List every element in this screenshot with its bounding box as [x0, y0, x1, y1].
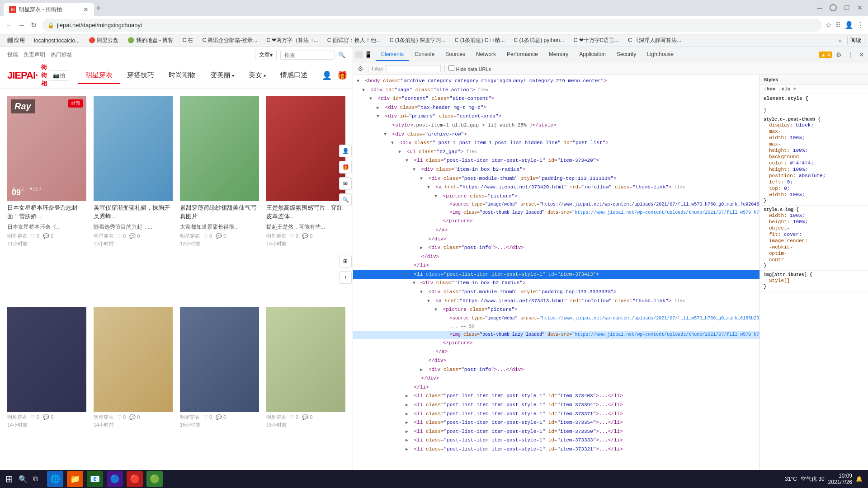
url-bar[interactable]: 🔒 jiepai.net/dapei/mingxingchuanyi: [42, 19, 822, 32]
grid-item-6[interactable]: 明星穿衣 ♡ 0 💬 0 14小时前: [94, 307, 173, 481]
dom-line-15[interactable]: <source type="image/webp" srcset="https:…: [353, 201, 760, 209]
tab-sources[interactable]: Sources: [440, 48, 471, 61]
hide-data-urls-checkbox[interactable]: [448, 65, 454, 71]
dom-arrow-25[interactable]: [420, 289, 425, 296]
bookmark-clang[interactable]: C ❤十万字C语言...: [570, 36, 623, 45]
bookmark-tencent[interactable]: C 腾讯企业邮箱-登录...: [198, 36, 261, 45]
grid-item-4[interactable]: 王楚然高级氛围感写片，穿红皮革连体... 提起王楚然，可能有些... 明星穿衣 …: [266, 96, 345, 300]
dom-arrow-2[interactable]: [362, 87, 368, 94]
bookmark-python[interactable]: C (1条消息) python...: [510, 36, 568, 45]
search-input[interactable]: [280, 51, 335, 60]
dom-arrow-27[interactable]: [434, 306, 440, 314]
dom-arrow-11[interactable]: [413, 166, 418, 174]
taskbar-app2[interactable]: 🔴: [127, 471, 143, 487]
new-tab-button[interactable]: +: [96, 4, 101, 13]
dom-arrow-41[interactable]: [406, 428, 411, 436]
taskbar-files[interactable]: 📁: [67, 471, 83, 487]
tab-console[interactable]: Console: [409, 48, 440, 61]
taskbar-browser[interactable]: 🌐: [47, 471, 63, 487]
taskbar-notifications[interactable]: 🔔: [856, 476, 863, 482]
grid-item-7[interactable]: 明星穿衣 ♡ 0 💬 0 15小时前: [180, 307, 259, 481]
extensions-icon[interactable]: ⠿: [835, 21, 841, 29]
dom-line-21[interactable]: </div>: [353, 253, 760, 262]
dom-arrow-26[interactable]: [427, 298, 433, 305]
tab-network[interactable]: Network: [471, 48, 501, 61]
grid-item-1[interactable]: 封面 Ray さいよい♥だけ 09 日本女星桥本环奈登杂志封面！雪肤娇... 日…: [7, 96, 86, 300]
bookmark-star-button[interactable]: ☆: [826, 21, 832, 29]
dom-line-18[interactable]: </a>: [353, 226, 760, 235]
tab-performance[interactable]: Performance: [501, 48, 543, 61]
forward-button[interactable]: →: [16, 20, 27, 30]
sidebar-icon-mail[interactable]: ✉: [339, 177, 352, 190]
tab-elements[interactable]: Elements: [376, 48, 409, 61]
tab-lighthouse[interactable]: Lighthouse: [642, 48, 679, 61]
dom-arrow-4[interactable]: [377, 104, 382, 112]
grid-item-2[interactable]: 吴宣仪穿渐变蓝礼裙，抹胸开叉秀蜂... 随着选秀节目的兴起，... 明星穿衣 ♡…: [94, 96, 173, 300]
start-button[interactable]: ⊞: [5, 474, 13, 484]
devtools-settings-icon[interactable]: ⚙: [834, 50, 844, 59]
maximize-icon[interactable]: ☐: [844, 4, 850, 12]
bookmark-algo[interactable]: C 《深浮人静写算法...: [624, 36, 685, 45]
dom-arrow-38[interactable]: [406, 402, 411, 409]
dom-line-13[interactable]: <a href="https://www.jiepai.net/373420.h…: [353, 183, 760, 192]
dom-arrow-23[interactable]: [406, 271, 411, 278]
devtools-inspect-icon[interactable]: ⬜: [355, 51, 363, 58]
dom-line-28[interactable]: <source type="image/webp" srcset="https:…: [353, 314, 760, 323]
dom-arrow-3[interactable]: [369, 95, 375, 103]
dom-line-16[interactable]: <img class="post-thumb lazy loaded" data…: [353, 209, 760, 217]
search-submit-button[interactable]: 🔍: [338, 52, 345, 58]
dom-line-7[interactable]: <div class="archive-row">: [353, 130, 760, 139]
dom-line-20[interactable]: <div class="post-info">...</div>: [353, 244, 760, 253]
taskbar-app3[interactable]: 🟢: [146, 471, 163, 487]
search-type-dropdown[interactable]: 文章 ▾: [255, 50, 277, 60]
dom-line-25[interactable]: <div class="post-module-thumb" style="pa…: [353, 288, 760, 297]
dom-line-30[interactable]: <img class="post-thumb lazy loaded" data…: [353, 331, 760, 339]
site-camera-link[interactable]: 📷 拍: [49, 70, 69, 81]
dom-line-11[interactable]: <div class="item-in box b2-radius">: [353, 165, 760, 174]
site-logo[interactable]: JIEPAI·: [7, 70, 38, 81]
bookmark-apps[interactable]: ▦ 应用: [4, 36, 28, 45]
site-name[interactable]: 街街相: [41, 63, 47, 88]
nav-item-styling[interactable]: 穿搭技巧: [120, 67, 161, 84]
dom-line-31[interactable]: </picture>: [353, 339, 760, 348]
dom-line-9[interactable]: <ul class="b2_gap"> flex: [353, 148, 760, 157]
dom-line-27[interactable]: <picture class="picture">: [353, 305, 760, 314]
dom-arrow-14[interactable]: [434, 193, 440, 200]
reload-button[interactable]: ↻: [29, 20, 38, 30]
bookmark-deeplearn[interactable]: C (1条消息) 深度学习...: [386, 36, 449, 45]
dom-line-14[interactable]: <picture class="picture">: [353, 192, 760, 201]
dom-line-33[interactable]: </div>: [353, 357, 760, 366]
dom-tree[interactable]: <body class="archive category category-m…: [353, 75, 760, 477]
dom-line-4[interactable]: <div class="tax-header mg-t mg-b">: [353, 103, 760, 113]
dom-arrow-40[interactable]: [406, 419, 411, 427]
warning-badge[interactable]: ▲ 4: [819, 52, 832, 58]
devtools-close-icon[interactable]: ✕: [857, 50, 866, 59]
tab-security[interactable]: Security: [611, 48, 642, 61]
bookmark-localhost[interactable]: localhost:localclo...: [30, 37, 83, 45]
task-view-button[interactable]: ⧉: [33, 475, 38, 483]
dom-arrow-34[interactable]: [420, 366, 425, 374]
dom-line-36[interactable]: </li>: [353, 383, 760, 392]
dom-line-40[interactable]: <li class="post-list-item item-post-styl…: [353, 418, 760, 427]
nav-item-emotion[interactable]: 情感口述: [273, 67, 315, 84]
bookmark-in[interactable]: C 在: [179, 36, 197, 45]
dom-line-5[interactable]: <div id="primary" class="content-area">: [353, 112, 760, 121]
dom-arrow-12[interactable]: [420, 175, 425, 183]
bookmark-blog[interactable]: 🟢 我的地盘 - 博客: [124, 36, 177, 45]
dom-line-1[interactable]: <body class="archive category category-m…: [353, 77, 760, 86]
sidebar-icon-user[interactable]: 👤: [339, 145, 352, 157]
bookmarks-more[interactable]: »: [839, 38, 842, 44]
dom-line-3[interactable]: <div id="content" class="site-content">: [353, 94, 760, 103]
read-mode-button[interactable]: 阅读: [847, 36, 864, 45]
dom-line-23[interactable]: <li class="post-list-item item-post-styl…: [353, 270, 760, 279]
top-link-tags[interactable]: 热门标签: [51, 51, 72, 59]
grid-item-8[interactable]: 明星穿衣 ♡ 0 💬 0 15小时前: [266, 307, 345, 481]
profile-icon[interactable]: 👤: [844, 21, 854, 29]
dom-line-2[interactable]: <div id="page" class="site action"> flex: [353, 86, 760, 95]
tab-memory[interactable]: Memory: [543, 48, 574, 61]
bookmark-aliyun[interactable]: 🔴 阿里云盘: [85, 36, 122, 45]
dom-line-39[interactable]: <li class="post-list-item item-post-styl…: [353, 410, 760, 419]
dom-line-42[interactable]: <li class="post-list-item item-post-styl…: [353, 436, 760, 445]
dom-arrow-42[interactable]: [406, 437, 411, 444]
sidebar-icon-grid[interactable]: ⊞: [339, 255, 352, 267]
